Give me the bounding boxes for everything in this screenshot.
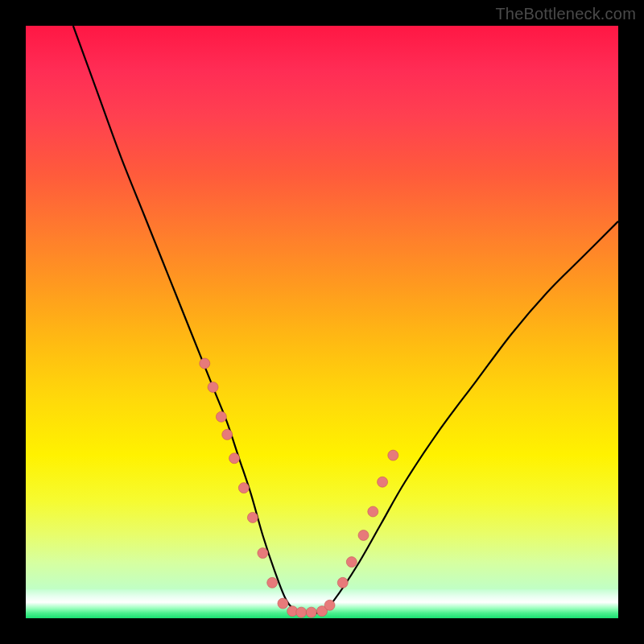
data-point: [378, 477, 388, 487]
bottleneck-curve: [73, 26, 618, 613]
measured-points-group: [200, 358, 398, 617]
outer-frame: TheBottleneck.com: [0, 0, 644, 644]
data-point: [306, 607, 316, 617]
data-point: [346, 557, 357, 568]
data-point: [238, 483, 249, 493]
data-point: [267, 577, 278, 588]
data-point: [278, 598, 288, 609]
data-point: [216, 411, 226, 422]
data-point: [200, 358, 210, 369]
data-point: [208, 382, 218, 392]
plot-area: [26, 26, 618, 618]
data-point: [229, 453, 240, 464]
data-point: [258, 548, 268, 559]
data-point: [247, 512, 258, 522]
data-point: [222, 429, 233, 440]
data-point: [337, 577, 348, 588]
data-point: [324, 600, 335, 610]
data-point: [368, 506, 378, 517]
chart-svg: [26, 26, 618, 618]
watermark-text: TheBottleneck.com: [495, 5, 636, 23]
data-point: [388, 450, 398, 460]
data-point: [358, 530, 369, 540]
data-point: [296, 607, 307, 617]
